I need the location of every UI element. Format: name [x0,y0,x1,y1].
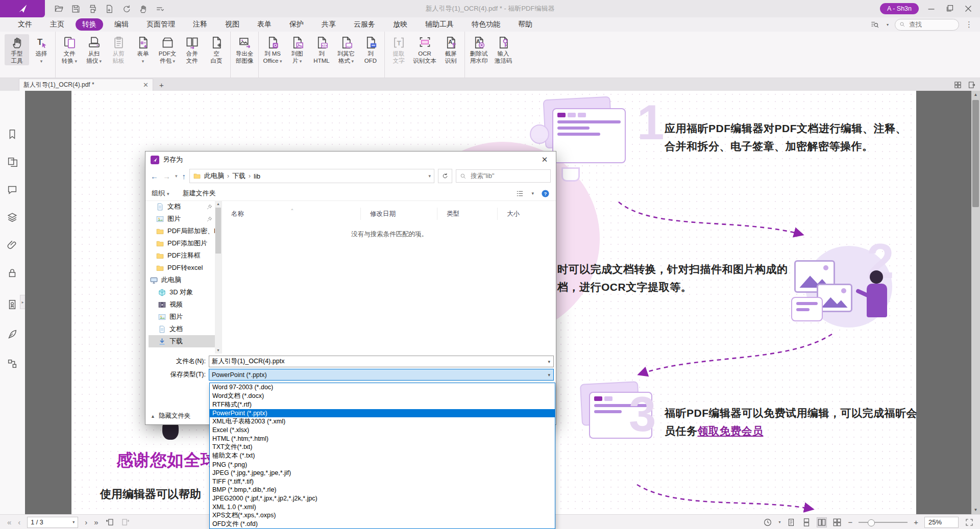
print-icon[interactable] [88,4,97,14]
scroll-up-icon[interactable]: ▲ [971,91,980,99]
continuous-layout-icon[interactable] [802,518,811,527]
ribbon-button-到 MSOffice[interactable]: O到 MSOffice ▾ [260,34,285,66]
sidebar-security-icon[interactable] [7,267,18,279]
menu-tab-云服务[interactable]: 云服务 [347,18,382,31]
menu-tab-共享[interactable]: 共享 [315,18,342,31]
filetype-option[interactable]: OFD文件 (*.ofd) [210,520,555,528]
zoom-level-box[interactable]: 25% [924,517,959,528]
redo-icon[interactable] [121,4,131,14]
next-view-icon[interactable] [121,518,130,527]
more-options-icon[interactable]: ⋮ [965,20,973,29]
ribbon-button-到OFD[interactable]: 到OFD [358,34,383,65]
tree-item-文档[interactable]: 文档 [149,200,215,213]
menu-tab-放映[interactable]: 放映 [386,18,414,31]
filetype-option[interactable]: XML 1.0 (*.xml) [210,502,555,511]
view-history-icon[interactable] [763,518,772,527]
hide-folders-button[interactable]: ▲ 隐藏文件夹 [151,412,190,420]
column-header-修改日期[interactable]: 修改日期 [361,208,437,220]
find-search-box[interactable] [895,19,959,31]
breadcrumb-dropdown-arrow[interactable]: ▾ [428,173,431,179]
ribbon-button-截屏识别[interactable]: A截屏识别 [438,34,463,65]
filetype-option[interactable]: TXT文件(*.txt) [210,443,555,451]
new-tab-button[interactable]: + [159,81,164,89]
view-mode-arrow[interactable]: ▾ [531,191,534,196]
dialog-close-icon[interactable]: ✕ [533,152,556,168]
facing-continuous-layout-icon[interactable] [832,518,842,527]
reading-mode-icon[interactable] [967,81,976,89]
hand-pointer-icon[interactable] [138,4,148,14]
sidebar-share-icon[interactable] [7,358,18,369]
find-dropdown-arrow[interactable]: ▾ [887,22,889,27]
grid-view-icon[interactable] [953,81,962,89]
column-header-名称[interactable]: 名称^ [222,208,361,220]
filetype-combobox[interactable]: PowerPoint (*.pptx) ▾ [209,369,554,381]
menu-tab-主页[interactable]: 主页 [43,18,71,31]
ribbon-button-手型工具[interactable]: 手型工具 [5,34,29,65]
ribbon-button-删除试用水印[interactable]: A删除试用水印 [467,34,491,65]
tree-scroll-down-icon[interactable]: ▼ [215,347,222,354]
tree-item-图片[interactable]: 图片 [149,213,215,225]
filetype-option[interactable]: XML电子表格2003 (*.xml) [210,417,555,426]
zoom-out-icon[interactable]: − [848,518,852,526]
ribbon-button-到HTML[interactable]: </>到HTML [309,34,334,65]
zoom-slider-knob[interactable] [868,519,875,526]
ribbon-button-输入激活码[interactable]: 输入激活码 [491,34,516,65]
new-folder-button[interactable]: 新建文件夹 [183,189,216,198]
find-options-icon[interactable] [869,20,880,29]
ribbon-button-导出全部图像[interactable]: 导出全部图像 [232,34,257,65]
tree-item-PDF转excel[interactable]: PDF转excel [149,262,215,274]
nav-back-icon[interactable]: ← [151,172,158,181]
menu-tab-帮助[interactable]: 帮助 [511,18,539,31]
tree-scrollbar[interactable]: ▲ ▼ [215,200,222,354]
menu-tab-保护[interactable]: 保护 [283,18,310,31]
filetype-option[interactable]: Word文档 (*.docx) [210,392,555,400]
find-input[interactable] [908,20,946,29]
filetype-option[interactable]: TIFF (*.tiff,*.tif) [210,477,555,486]
organize-button[interactable]: 组织▾ [152,189,169,198]
ribbon-button-选择[interactable]: T选择 ▾ [29,34,54,66]
filetype-option[interactable]: HTML (*.htm;*.html) [210,435,555,443]
ribbon-button-OCR识别文本[interactable]: OCR识别文本 [411,34,438,65]
filetype-option[interactable]: XPS文档(*.xps,*.oxps) [210,511,555,520]
tree-item-视频[interactable]: 视频 [149,298,215,311]
filetype-option[interactable]: JPEG2000 (*.jpf,*.jpx,*.jp2,*.j2k,*.jpc) [210,494,555,503]
tree-item-下载[interactable]: 下载 [149,335,215,347]
filename-combobox[interactable]: ▾ [209,356,554,367]
tree-item-此电脑[interactable]: 此电脑 [149,274,215,286]
menu-tab-转换[interactable]: 转换 [76,18,103,31]
column-header-类型[interactable]: 类型 [437,208,498,220]
last-page-icon[interactable]: » [94,518,98,526]
page-number-box[interactable]: 1 / 3▾ [27,517,78,528]
close-button[interactable] [963,3,974,14]
sidebar-attachment-icon[interactable] [7,239,18,250]
fullscreen-icon[interactable] [965,518,974,527]
zoom-in-icon[interactable]: + [914,518,918,526]
menu-tab-文件[interactable]: 文件 [11,18,39,31]
refresh-button[interactable] [438,169,452,183]
tree-item-文档[interactable]: 文档 [149,323,215,335]
vertical-scrollbar[interactable]: ▲ ▼ [971,91,980,514]
breadcrumb-segment-lib[interactable]: lib [254,172,260,180]
filename-input[interactable] [209,358,536,366]
first-page-icon[interactable]: « [7,518,11,526]
app-logo-icon[interactable] [0,0,45,17]
filetype-option[interactable]: PNG (*.png) [210,460,555,469]
filetype-option[interactable]: RTF格式(*.rtf) [210,400,555,409]
previous-page-icon[interactable]: ‹ [18,518,20,526]
menu-tab-编辑[interactable]: 编辑 [108,18,135,31]
ribbon-button-PDF文件包[interactable]: PDF文件包 ▾ [155,34,180,66]
open-icon[interactable] [54,4,64,14]
facing-layout-icon[interactable] [817,518,826,527]
filetype-option[interactable]: BMP (*.bmp,*.dib,*.rle) [210,486,555,494]
tree-item-3D 对象[interactable]: 3D 对象 [149,286,215,298]
help-icon[interactable]: ? [541,189,550,198]
dialog-search-input[interactable] [470,172,547,180]
sidebar-layers-icon[interactable] [7,212,18,223]
filetype-option[interactable]: PowerPoint (*.pptx) [210,409,555,418]
menu-tab-注释[interactable]: 注释 [186,18,214,31]
filetype-option[interactable]: Word 97-2003 (*.doc) [210,383,555,392]
ribbon-button-空白页[interactable]: 空白页 [204,34,229,65]
user-account-badge[interactable]: A - Sh3n [880,3,919,14]
tree-scrollbar-thumb[interactable] [215,208,221,254]
single-page-layout-icon[interactable] [787,518,796,527]
